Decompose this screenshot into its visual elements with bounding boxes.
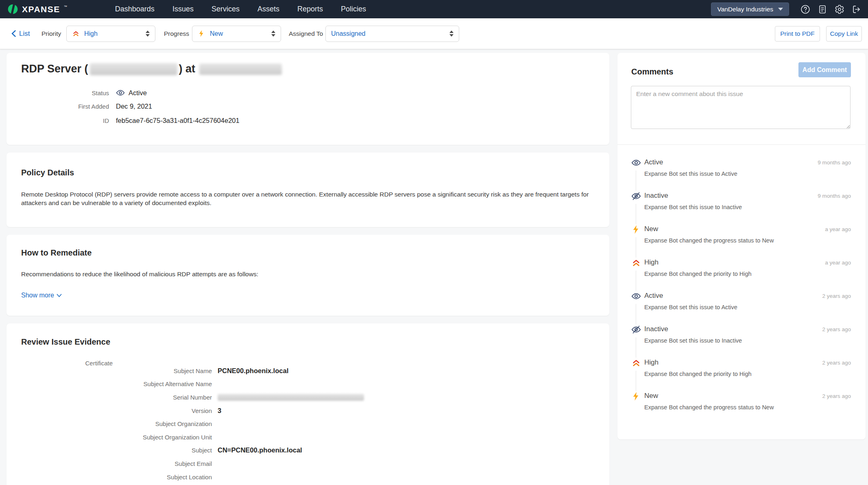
how-to-remediate-card: How to Remediate Recommendations to redu…: [7, 235, 609, 316]
org-selector-button[interactable]: VanDelay Industries: [711, 2, 789, 16]
timeline-item-description: Expanse Bot changed the progress status …: [644, 237, 851, 244]
timeline-item-description: Expanse Bot changed the progress status …: [644, 404, 851, 411]
sign-out-icon[interactable]: [852, 4, 861, 14]
print-to-pdf-button[interactable]: Print to PDF: [775, 26, 820, 42]
brand-trademark: ™: [64, 5, 67, 9]
comments-divider: [617, 144, 866, 145]
navbar-right: VanDelay Industries: [711, 2, 861, 16]
priority-high-icon: [631, 358, 641, 368]
timeline-item: Inactive Expanse Bot set this issue to I…: [631, 320, 851, 354]
evidence-row-label: Subject: [21, 447, 212, 454]
nav-item[interactable]: Reports: [297, 5, 323, 13]
timeline-item-timestamp: 2 years ago: [822, 360, 851, 366]
evidence-row-label: Subject Organization Unit: [21, 434, 212, 441]
evidence-row-value: [218, 394, 364, 401]
org-name: VanDelay Industries: [717, 6, 773, 13]
assigned-to-select[interactable]: Unassigned: [325, 26, 459, 42]
timeline-item: High Expanse Bot changed the priority to…: [631, 354, 851, 387]
timeline-item-timestamp: a year ago: [825, 226, 851, 232]
evidence-row: Serial Number: [21, 391, 595, 404]
evidence-row: Subject Location: [21, 470, 595, 484]
chevron-left-icon: [11, 30, 16, 37]
top-navbar: XPANSE ™ DashboardsIssuesServicesAssetsR…: [0, 0, 868, 18]
priority-value: High: [84, 30, 98, 37]
copy-link-button[interactable]: Copy Link: [826, 26, 862, 42]
show-more-link[interactable]: Show more: [21, 292, 62, 299]
assigned-to-value: Unassigned: [331, 30, 366, 37]
comments-panel: Comments Add Comment Active Expanse Bot …: [617, 53, 866, 439]
evidence-value-text: 3: [218, 407, 221, 415]
evidence-row-value: PCNE00.phoenix.local: [218, 367, 288, 375]
gear-icon[interactable]: [835, 4, 844, 14]
progress-value: New: [210, 30, 223, 37]
nav-item[interactable]: Policies: [341, 5, 366, 13]
nav-item[interactable]: Services: [212, 5, 240, 13]
timeline-item-description: Expanse Bot set this issue to Active: [644, 304, 851, 310]
evidence-row: Subject Alternative Name: [21, 378, 595, 391]
eye-off-icon: [631, 325, 641, 334]
timeline-item-timestamp: 2 years ago: [822, 293, 851, 299]
activity-timeline: Active Expanse Bot set this issue to Act…: [631, 153, 851, 420]
timeline-item: Inactive Expanse Bot set this issue to I…: [631, 187, 851, 220]
timeline-item: New Expanse Bot changed the progress sta…: [631, 220, 851, 253]
redacted-text: [90, 63, 177, 75]
eye-icon: [631, 158, 641, 168]
timeline-item-title: High: [644, 354, 851, 367]
evidence-row-label: Version: [21, 407, 212, 414]
select-stepper-icon: [271, 31, 275, 37]
issue-header-card: RDP Server ( ) at Status Active First Ad…: [7, 53, 609, 145]
evidence-row: Subject Organization Unit: [21, 430, 595, 444]
document-icon[interactable]: [818, 4, 827, 14]
eye-icon: [116, 88, 125, 97]
evidence-row-label: Subject Location: [21, 474, 212, 481]
evidence-row: Subject Name PCNE00.phoenix.local: [21, 364, 595, 378]
chevron-down-icon: [778, 8, 783, 11]
nav-item[interactable]: Assets: [257, 5, 279, 13]
timeline-item-title: Active: [644, 287, 851, 300]
issue-title-mid: ) at: [179, 63, 196, 75]
first-added-value: Dec 9, 2021: [116, 103, 152, 110]
chevron-down-icon: [57, 294, 62, 297]
timeline-item-title: High: [644, 253, 851, 267]
timeline-item-title: New: [644, 387, 851, 400]
evidence-row-label: Subject Email: [21, 460, 212, 467]
primary-nav: DashboardsIssuesServicesAssetsReportsPol…: [115, 5, 366, 13]
comment-input[interactable]: [631, 86, 851, 129]
evidence-row-value: CN=PCNE00.phoenix.local: [218, 446, 302, 454]
status-label: Status: [21, 90, 109, 96]
evidence-row: Subject CN=PCNE00.phoenix.local: [21, 444, 595, 457]
timeline-item-timestamp: 9 months ago: [818, 159, 851, 166]
timeline-item: New Expanse Bot changed the progress sta…: [631, 387, 851, 420]
priority-label: Priority: [41, 30, 61, 37]
nav-item[interactable]: Dashboards: [115, 5, 155, 13]
evidence-row-label: Serial Number: [21, 394, 212, 401]
policy-details-heading: Policy Details: [21, 168, 74, 177]
evidence-value-text: PCNE00.phoenix.local: [218, 367, 288, 375]
bolt-icon: [631, 391, 641, 401]
review-issue-evidence-heading: Review Issue Evidence: [21, 337, 110, 347]
eye-icon: [631, 291, 641, 301]
issue-title-prefix: RDP Server (: [21, 63, 88, 75]
priority-select[interactable]: High: [66, 26, 155, 42]
nav-item[interactable]: Issues: [172, 5, 194, 13]
evidence-row-label: Subject Alternative Name: [21, 380, 212, 387]
timeline-item-timestamp: 2 years ago: [822, 393, 851, 399]
status-value: Active: [129, 89, 147, 97]
evidence-value-text: CN=PCNE00.phoenix.local: [218, 446, 302, 454]
how-to-remediate-heading: How to Remediate: [21, 248, 92, 258]
issue-id-label: ID: [21, 117, 109, 124]
policy-details-card: Policy Details Remote Desktop Protocol (…: [7, 153, 609, 227]
evidence-row: Version 3: [21, 404, 595, 417]
progress-label: Progress: [164, 30, 189, 37]
progress-select[interactable]: New: [192, 26, 281, 42]
xpanse-logo-icon: [7, 4, 18, 15]
back-to-list-link[interactable]: List: [11, 30, 30, 38]
add-comment-button[interactable]: Add Comment: [798, 62, 851, 77]
timeline-item-description: Expanse Bot set this issue to Active: [644, 170, 851, 177]
brand-name: XPANSE: [22, 4, 60, 14]
timeline-item-description: Expanse Bot changed the priority to High: [644, 371, 851, 377]
help-circle-icon[interactable]: [800, 4, 810, 14]
issue-toolbar: List Priority High Progress New Assigned…: [0, 18, 868, 49]
timeline-item-title: New: [644, 220, 851, 233]
timeline-item-timestamp: 9 months ago: [818, 193, 851, 199]
